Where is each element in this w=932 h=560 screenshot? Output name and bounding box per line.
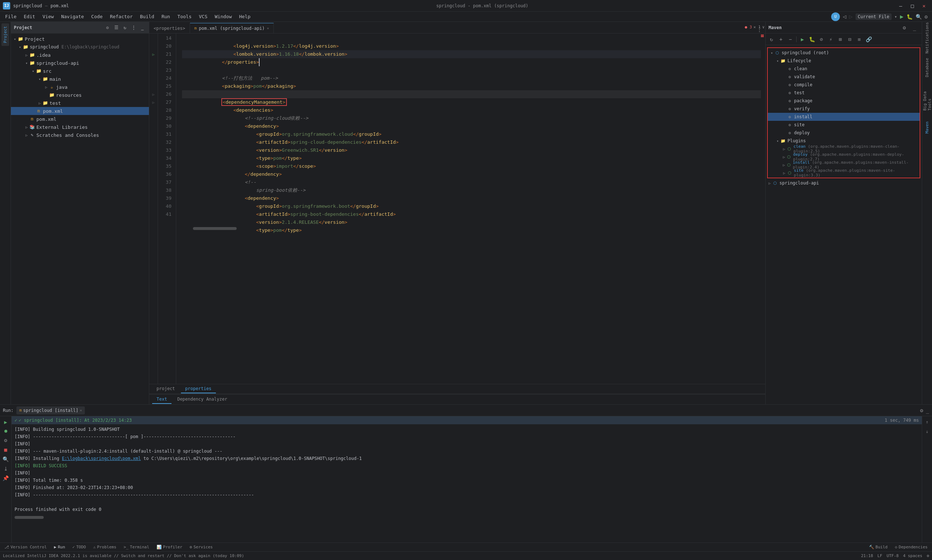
run-settings-icon[interactable]: ⚙ — [2, 436, 10, 445]
tree-item-springcloud[interactable]: ▾ 📁 springcloud E:\logback\springcloud — [11, 43, 149, 51]
tree-item-pom-api[interactable]: m pom.xml — [11, 107, 149, 115]
tab-close-icon[interactable]: ✕ — [267, 26, 269, 30]
tree-item-project[interactable]: ▾ 📁 Project — [11, 35, 149, 43]
status-settings-icon[interactable]: ⚙ — [927, 554, 929, 558]
tab-dependency-analyzer[interactable]: Dependency Analyzer — [173, 395, 231, 404]
maven-debug-icon[interactable]: 🐛 — [807, 35, 816, 44]
tab-properties[interactable]: properties — [181, 385, 216, 393]
tab-text[interactable]: Text — [152, 395, 171, 404]
user-icon[interactable]: U — [831, 12, 840, 21]
tree-item-scratches[interactable]: ▷ ✎ Scratches and Consoles — [11, 131, 149, 139]
tree-item-test[interactable]: ▷ 📁 test — [11, 99, 149, 107]
run-pin-icon[interactable]: 📌 — [2, 474, 10, 483]
menu-navigate[interactable]: Navigate — [57, 12, 88, 21]
maven-item-plugin-site[interactable]: ▷ ⬡ site (org.apache.maven.plugins:maven… — [768, 169, 920, 177]
run-scroll-bottom-icon[interactable]: ⇓ — [923, 427, 932, 436]
tool-tab-run[interactable]: ▶ Run — [51, 544, 68, 551]
right-tab-database[interactable]: Database — [924, 53, 930, 82]
run-find-icon[interactable]: 🔍 — [2, 455, 10, 463]
maven-item-site[interactable]: ⚙ site — [768, 121, 920, 129]
tool-tab-profiler[interactable]: 📊 Profiler — [154, 544, 185, 551]
close-button[interactable]: ✕ — [919, 2, 929, 9]
run-active-tab[interactable]: m springcloud [install] ✕ — [16, 406, 85, 414]
tree-item-main[interactable]: ▾ 📁 main — [11, 75, 149, 83]
run-stop-button[interactable]: ■ — [2, 445, 10, 454]
error-expand[interactable]: ∨ — [762, 25, 764, 29]
tool-tab-todo[interactable]: ✓ TODO — [69, 544, 89, 551]
tab-project[interactable]: project — [152, 385, 179, 393]
gutter-fold[interactable]: ▷ — [149, 90, 158, 98]
maven-item-deploy[interactable]: ⚙ deploy — [768, 129, 920, 137]
tool-tab-dependencies[interactable]: ◇ Dependencies — [892, 544, 930, 551]
run-header-settings-icon[interactable]: ⚙ — [920, 408, 923, 413]
maven-item-plugin-deploy[interactable]: ▷ ⬡ deploy (org.apache.maven.plugins:mav… — [768, 153, 920, 161]
maven-skip-tests-icon[interactable]: ⊘ — [817, 35, 826, 44]
maven-item-clean[interactable]: ⚙ clean — [768, 65, 920, 73]
tree-item-springcloud-api[interactable]: ▾ 📁 springcloud-api — [11, 59, 149, 67]
run-button[interactable]: ▶ — [900, 13, 904, 20]
forward-button[interactable]: ▷ — [849, 13, 853, 20]
right-tab-bigdata[interactable]: Big Data Tools — [922, 83, 932, 112]
maven-item-plugin-clean[interactable]: ▷ ⬡ clean (org.apache.maven.plugins:mave… — [768, 145, 920, 153]
maven-item-lifecycle[interactable]: ▾ 📁 Lifecycle — [768, 57, 920, 65]
cursor-position[interactable]: 21:18 — [861, 554, 873, 558]
maven-toggle-offline-icon[interactable]: ⚡ — [826, 35, 835, 44]
maven-item-verify[interactable]: ⚙ verify — [768, 105, 920, 113]
run-scroll-top-icon[interactable]: ⇑ — [923, 418, 932, 426]
maven-refresh-icon[interactable]: ↻ — [767, 35, 776, 44]
tool-tab-terminal[interactable]: >_ Terminal — [121, 544, 152, 551]
run-config-dropdown[interactable]: ▾ — [895, 14, 897, 19]
menu-help[interactable]: Help — [236, 12, 254, 21]
maven-remove-icon[interactable]: − — [786, 35, 795, 44]
project-list-icon[interactable]: ☰ — [112, 24, 120, 31]
project-gear-icon[interactable]: ⋮ — [130, 24, 137, 31]
minimize-button[interactable]: — — [896, 2, 906, 9]
menu-run[interactable]: Run — [158, 12, 174, 21]
maven-item-springcloud[interactable]: ▾ ⬡ springcloud (root) — [768, 49, 920, 57]
file-encoding[interactable]: UTF-8 — [886, 554, 898, 558]
maven-item-validate[interactable]: ⚙ validate — [768, 73, 920, 81]
maven-show-all-icon[interactable]: ≡ — [855, 35, 864, 44]
tree-item-src[interactable]: ▾ 📁 src — [11, 67, 149, 75]
tool-tab-build[interactable]: 🔨 Build — [866, 544, 890, 551]
debug-button[interactable]: 🐛 — [906, 14, 913, 20]
project-tab-button[interactable]: Project — [2, 23, 9, 46]
editor-tab-properties[interactable]: <properties> — [149, 23, 190, 33]
maven-item-install[interactable]: ⚙ install — [768, 113, 920, 121]
project-settings-icon[interactable]: ⚙ — [104, 24, 111, 31]
maven-item-compile[interactable]: ⚙ compile — [768, 81, 920, 89]
tool-tab-services[interactable]: ⚙ Services — [187, 544, 216, 551]
editor-tab-pom-api[interactable]: m pom.xml (springcloud-api) ✕ — [190, 23, 274, 33]
maven-minimize-icon[interactable]: _ — [910, 23, 919, 32]
output-hscroll[interactable] — [15, 516, 919, 520]
tool-tab-problems[interactable]: ⚠ Problems — [90, 544, 119, 551]
maven-add-icon[interactable]: + — [776, 35, 785, 44]
maven-link-icon[interactable]: 🔗 — [864, 35, 873, 44]
file-link[interactable]: E:\logback\springcloud\pom.xml — [62, 456, 141, 461]
search-button[interactable]: 🔍 — [916, 14, 922, 20]
menu-window[interactable]: Window — [211, 12, 236, 21]
menu-code[interactable]: Code — [88, 12, 106, 21]
tree-item-idea[interactable]: ▷ 📁 .idea — [11, 51, 149, 59]
project-sync-icon[interactable]: ↻ — [121, 24, 128, 31]
menu-tools[interactable]: Tools — [174, 12, 195, 21]
maven-item-test[interactable]: ⚙ test — [768, 89, 920, 97]
indent-settings[interactable]: 4 spaces — [903, 554, 922, 558]
maven-settings-icon[interactable]: ⚙ — [900, 23, 909, 32]
menu-view[interactable]: View — [39, 12, 57, 21]
maven-item-springcloud-api[interactable]: ▷ ⬡ springcloud-api — [766, 179, 922, 187]
maven-item-plugin-install[interactable]: ▷ ⬡ install (org.apache.maven.plugins:ma… — [768, 161, 920, 169]
line-separator[interactable]: LF — [877, 554, 882, 558]
run-header-minimize-icon[interactable]: _ — [926, 408, 929, 413]
maven-expand-icon[interactable]: ⊞ — [836, 35, 845, 44]
code-editor[interactable]: <log4j.version>1.2.17</log4j.version> <l… — [176, 34, 761, 384]
menu-file[interactable]: File — [2, 12, 20, 21]
settings-button[interactable]: ⚙ — [925, 14, 927, 20]
maven-run-icon[interactable]: ▶ — [798, 35, 807, 44]
maven-item-package[interactable]: ⚙ package — [768, 97, 920, 105]
tree-item-external-libs[interactable]: ▷ 📚 External Libraries — [11, 123, 149, 131]
maximize-button[interactable]: □ — [907, 2, 917, 9]
maven-item-plugins[interactable]: ▾ 📁 Plugins — [768, 137, 920, 145]
right-tab-notifications[interactable]: Notifications — [924, 23, 930, 52]
back-button[interactable]: ◁ — [843, 13, 846, 20]
